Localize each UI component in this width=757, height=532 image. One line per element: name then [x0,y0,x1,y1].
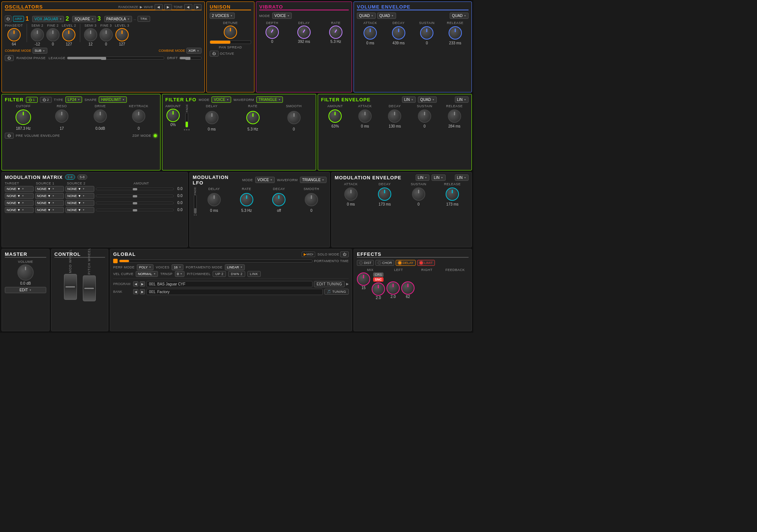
unison-pan-slider[interactable] [210,40,251,44]
solo-mode-btn[interactable]: ⏻ [340,251,349,257]
pitch-wheel[interactable] [83,275,96,301]
fx-mix-knob[interactable] [357,272,370,286]
unison-detune-knob[interactable] [224,26,237,39]
mm-r4-source2[interactable]: NONE ▼ [65,207,94,213]
vibrato-delay-knob[interactable] [297,26,311,39]
fenv-decay-knob[interactable] [388,109,401,123]
vol-release-knob[interactable] [449,26,462,40]
mm-r2-target[interactable]: NONE ▼ [5,193,34,199]
osc3-type-dropdown[interactable]: PARABOLA [104,16,132,22]
fine3-knob[interactable] [99,28,113,41]
mlfo-rate-knob[interactable] [240,193,253,206]
combine-mode-1-dropdown[interactable]: SUB [33,48,47,54]
menv-shape1-dropdown[interactable]: LIN [416,174,430,181]
limit-btn[interactable]: LIMIT [417,260,435,266]
semi2-knob[interactable] [31,28,44,41]
fenv-amount-knob[interactable] [328,109,342,123]
combine-mode-2-dropdown[interactable]: XOR [186,48,202,54]
voices-dropdown[interactable]: 16 [172,264,183,270]
fx-right-knob[interactable] [386,281,400,295]
flfo-delay-knob[interactable] [205,111,219,124]
mod-matrix-tag2[interactable]: 5-8 [77,174,87,180]
level3-knob[interactable] [115,28,129,41]
filter-keytrack-knob[interactable] [132,109,145,123]
perf-mode-dropdown[interactable]: POLY [137,264,153,270]
tuning-btn[interactable]: 🎵 TUNING [324,289,349,295]
vibrato-mode-dropdown[interactable]: VOICE [272,13,292,19]
osc3-trk-btn[interactable]: TRK [138,16,150,22]
mm-r1-source1[interactable]: NONE ▼ [35,186,64,192]
fine2-knob[interactable] [46,28,60,41]
mlfo-waveform-dropdown[interactable]: TRIANGLE [300,177,327,183]
mm-r1-slider[interactable] [96,188,174,190]
osc2-type-dropdown[interactable]: SQUARE [72,16,96,22]
mlfo-decay-knob[interactable] [272,193,285,206]
flfo-smooth-knob[interactable] [287,111,301,124]
mlfo-delay-knob[interactable] [207,193,221,206]
program-prev-btn[interactable]: ◀ [133,281,138,287]
menv-sustain-knob[interactable] [412,187,425,201]
mm-r1-target[interactable]: NONE ▼ [5,186,34,192]
edit-tuning-btn[interactable]: EDIT TUNING [314,281,345,287]
fenv-sustain-knob[interactable] [418,109,431,123]
leakage-slider[interactable] [67,57,164,60]
drift-slider[interactable] [179,57,202,60]
link-btn[interactable]: LINK [247,271,261,277]
bank-prev-btn[interactable]: ◀ [133,289,138,294]
flfo-rate-knob[interactable] [246,111,260,124]
zdf-mode-led[interactable] [153,134,157,138]
filter-type-dropdown[interactable]: LP24 [65,96,82,103]
bank-next-btn[interactable]: ▶ [140,289,145,294]
mlfo-mode-dropdown[interactable]: VOICE [255,177,275,183]
pre-vol-env-btn[interactable]: ⏻ [5,133,14,139]
flfo-mode-dropdown[interactable]: VOICE [212,96,231,103]
filter-cutoff-knob[interactable] [16,109,31,125]
flfo-amount-knob[interactable] [166,109,180,122]
vol-env-shape2-dropdown[interactable]: QUAD [377,13,396,19]
wave-prev-btn[interactable]: ◀ [155,4,163,10]
level2-knob[interactable] [62,28,75,41]
vol-env-shape3-dropdown[interactable]: QUAD [450,13,469,19]
program-next-btn[interactable]: ▶ [140,281,145,287]
random-phase-btn[interactable]: ⏻ [5,55,14,61]
fenv-shape3-dropdown[interactable]: LIN [455,96,469,103]
mm-r2-source1[interactable]: NONE ▼ [35,193,64,199]
vibrato-rate-knob[interactable] [329,26,342,39]
delay-btn[interactable]: DELAY [396,260,416,266]
filter-shape-dropdown[interactable]: HARDLIMIT [99,96,127,103]
filter-reso-knob[interactable] [55,109,68,123]
wave-next-btn[interactable]: ▶ [164,4,172,10]
flfo-waveform-dropdown[interactable]: TRIANGLE [256,96,283,103]
fenv-release-knob[interactable] [448,109,461,123]
semi3-knob[interactable] [84,28,97,41]
menv-attack-knob[interactable] [344,187,358,201]
mm-r3-target[interactable]: NONE ▼ [5,200,34,206]
fenv-shape2-dropdown[interactable]: QUAD [418,96,437,103]
dist-btn[interactable]: DIST [357,260,374,266]
vol-decay-knob[interactable] [392,26,405,40]
pitchwheel-dwn-btn[interactable]: DWN 2 [228,271,245,277]
mm-r4-slider[interactable] [96,209,174,211]
fx-left-knob[interactable] [372,282,385,296]
mm-r3-source1[interactable]: NONE ▼ [35,200,64,206]
vol-env-shape1-dropdown[interactable]: QUAD [357,13,376,19]
menv-shape3-dropdown[interactable]: LIN [455,174,469,181]
menv-shape2-dropdown[interactable]: LIN [432,174,446,181]
vel-curve-dropdown[interactable]: NORMAL [136,271,158,277]
vol-attack-knob[interactable] [364,26,377,40]
unison-voices-dropdown[interactable]: 2 VOICES [210,13,235,19]
portamento-mode-dropdown[interactable]: LINEAR [225,264,245,270]
mm-r3-source2[interactable]: NONE ▼ [65,200,94,206]
portamento-time-slider[interactable] [119,260,312,262]
arp-btn[interactable]: ARP [13,16,24,22]
osc1-type-dropdown[interactable]: VOX JAGUAR [32,16,64,22]
trnsp-dropdown[interactable]: 0 [175,271,185,277]
fx-feedback-knob[interactable] [401,281,415,295]
tone-prev-btn[interactable]: ◀ [184,4,192,10]
fenv-shape1-dropdown[interactable]: LIN [402,96,416,103]
mm-r4-target[interactable]: NONE ▼ [5,207,34,213]
mlfo-smooth-knob[interactable] [305,193,318,206]
menv-decay-knob[interactable] [378,187,391,201]
vibrato-depth-knob[interactable] [266,26,279,39]
phase-dt-knob[interactable] [7,28,21,41]
